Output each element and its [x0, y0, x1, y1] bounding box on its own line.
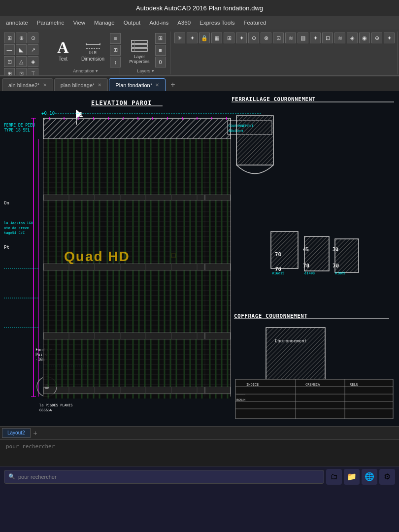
tab-label: plan blindage* [61, 82, 95, 88]
svg-point-99 [44, 384, 49, 389]
title-text: Autodesk AutoCAD 2016 Plan fondation.dwg [136, 4, 263, 12]
svg-text:⌀16⌀15: ⌀16⌀15 [272, 271, 284, 275]
svg-rect-53 [171, 254, 175, 258]
svg-rect-34 [43, 195, 231, 200]
svg-text:la PJGDES PLANIS: la PJGDES PLANIS [39, 403, 72, 407]
extra-tool-11[interactable]: ▨ [298, 33, 308, 43]
tab-close-icon[interactable]: ✕ [98, 82, 101, 88]
extra-tool-6[interactable]: ✦ [236, 33, 247, 43]
taskbar-icon-files[interactable]: 🗂 [326, 469, 342, 485]
menu-item-manage[interactable]: Manage [90, 18, 119, 27]
svg-text:COFFRAGE COURONNEMENT: COFFRAGE COURONNEMENT [234, 313, 308, 319]
tool-btn[interactable]: ⊞ [4, 68, 15, 76]
dimension-button[interactable]: DIM Dimension [77, 36, 108, 64]
extra-tool-10[interactable]: ≋ [285, 33, 296, 43]
tool-btn[interactable]: ⊞ [4, 33, 15, 43]
tool-btn[interactable]: ◈ [28, 56, 38, 67]
annotation-tool-1[interactable]: ≡ [110, 33, 121, 44]
text-button[interactable]: A Text [50, 36, 76, 64]
tab-fondation[interactable]: Plan fondation* ✕ [109, 78, 166, 91]
svg-text:RELU: RELU [350, 383, 358, 387]
tool-btn[interactable]: ⌶ [28, 68, 38, 76]
ribbon-group-annotation: A Text DIM Dimension ≡ ⊞ ↕ [51, 32, 120, 74]
tab-close-icon[interactable]: ✕ [155, 82, 159, 88]
extra-tool-3[interactable]: 🔒 [199, 33, 210, 43]
svg-rect-73 [304, 236, 329, 271]
extra-tool-13[interactable]: ⊡ [322, 33, 333, 43]
canvas-area[interactable]: ELEVATION PAROI FERRAILLAGE COURONNEMENT… [0, 91, 399, 426]
tool-btn[interactable]: ↗ [28, 44, 38, 55]
menu-item-view[interactable]: View [69, 18, 89, 27]
taskbar-icon-settings[interactable]: ⚙ [379, 469, 395, 485]
command-input[interactable] [6, 443, 395, 450]
title-bar: Autodesk AutoCAD 2016 Plan fondation.dwg [0, 0, 399, 16]
extra-tool-12[interactable]: ✦ [310, 33, 321, 43]
ribbon-group-layers-label: Layers ▾ [137, 67, 154, 73]
svg-text:80x80cm: 80x80cm [229, 129, 243, 133]
menu-item-expresstools[interactable]: Express Tools [196, 18, 238, 27]
taskbar-icon-folder[interactable]: 📁 [344, 469, 360, 485]
svg-rect-72 [271, 232, 298, 268]
extra-tool-14[interactable]: ≋ [334, 33, 345, 43]
extra-tool-16[interactable]: ◉ [359, 33, 370, 43]
menu-item-output[interactable]: Output [120, 18, 145, 27]
tab-blindage[interactable]: plan blindage* ✕ [54, 78, 108, 91]
extra-tool-5[interactable]: ⊞ [224, 33, 234, 43]
annotation-tool-2[interactable]: ⊞ [110, 45, 121, 56]
tab-close-icon[interactable]: ✕ [43, 82, 47, 88]
tool-btn[interactable]: ⊡ [4, 56, 15, 67]
svg-text:GGG&GA: GGG&GA [39, 408, 52, 412]
extra-tool-18[interactable]: ✦ [384, 33, 395, 43]
extra-tool-15[interactable]: ◈ [347, 33, 358, 43]
menu-item-addins[interactable]: Add-ins [145, 18, 172, 27]
layer-properties-icon [131, 36, 148, 54]
tool-btn[interactable]: — [4, 44, 15, 55]
ribbon-group-quickaccess: ⊞ ⊕ ⊙ — ◣ ↗ ⊡ △ ◈ ⊞ ⊡ ⌶ Modify [1, 32, 50, 74]
tool-btn[interactable]: ⊡ [16, 68, 27, 76]
svg-text:CREMEIA: CREMEIA [305, 383, 320, 387]
svg-text:30: 30 [332, 247, 338, 252]
tool-btn[interactable]: ◣ [16, 44, 27, 55]
svg-text:-10m: -10m [35, 358, 45, 362]
extra-tool-17[interactable]: ⊕ [371, 33, 382, 43]
menu-item-a360[interactable]: A360 [173, 18, 195, 27]
svg-rect-7 [132, 48, 147, 51]
layout-tab-layout2[interactable]: Layout2 [2, 428, 31, 438]
svg-rect-74 [335, 239, 359, 272]
tool-btn[interactable]: △ [16, 56, 27, 67]
tool-btn[interactable]: ⊕ [16, 33, 27, 43]
svg-text:⌀10⌀5: ⌀10⌀5 [335, 271, 345, 275]
svg-rect-116 [43, 118, 231, 139]
ribbon: ⊞ ⊕ ⊙ — ◣ ↗ ⊡ △ ◈ ⊞ ⊡ ⌶ Modify A Text [0, 30, 399, 76]
extra-tool-4[interactable]: ▦ [211, 33, 222, 43]
tool-btn[interactable]: ⊙ [28, 33, 38, 43]
layer-tool-3[interactable]: 0 [155, 57, 166, 67]
text-label: Text [59, 56, 67, 62]
tab-label: aln blindae2* [8, 82, 40, 88]
taskbar-icon-browser[interactable]: 🌐 [362, 469, 377, 485]
annotation-tool-3[interactable]: ↕ [110, 57, 121, 67]
svg-text:FERRE DE PIEU: FERRE DE PIEU [4, 123, 35, 128]
taskbar-search[interactable]: 🔍 pour rechercher [4, 470, 324, 484]
extra-tool-8[interactable]: ⊗ [261, 33, 271, 43]
extra-tool-9[interactable]: ⊡ [273, 33, 284, 43]
layout-add-button[interactable]: + [32, 429, 39, 437]
menu-item-parametric[interactable]: Parametric [33, 18, 68, 27]
layer-properties-button[interactable]: LayerProperties [125, 34, 153, 66]
menu-item-featured[interactable]: Featured [239, 18, 270, 27]
tab-add-button[interactable]: + [166, 78, 179, 91]
svg-rect-115 [43, 394, 231, 399]
svg-text:1: 1 [79, 110, 83, 118]
extra-tool-7[interactable]: ⊙ [248, 33, 259, 43]
svg-text:Pt: Pt [4, 245, 9, 250]
svg-text:INDICE: INDICE [246, 383, 259, 387]
extra-tool-2[interactable]: ✦ [187, 33, 198, 43]
layer-tool-2[interactable]: ≡ [155, 45, 166, 56]
menu-item-annotate[interactable]: annotate [2, 18, 32, 27]
layer-tool-1[interactable]: ⊞ [155, 33, 166, 44]
tab-blindae[interactable]: aln blindae2* ✕ [2, 78, 53, 91]
search-icon: 🔍 [8, 473, 15, 480]
ribbon-group-extra: ☀ ✦ 🔒 ▦ ⊞ ✦ ⊙ ⊗ ⊡ ≋ ▨ ✦ ⊡ ≋ ◈ ◉ ⊕ ✦ [171, 32, 398, 74]
tabs-bar: aln blindae2* ✕ plan blindage* ✕ Plan fo… [0, 76, 399, 91]
extra-tool-1[interactable]: ☀ [174, 33, 185, 43]
